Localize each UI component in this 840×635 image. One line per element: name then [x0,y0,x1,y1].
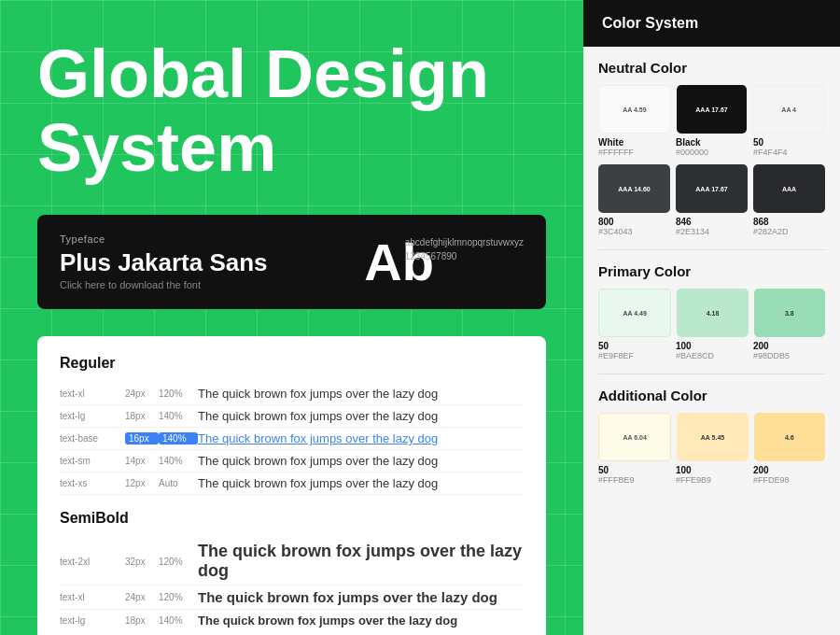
swatch-neutral-800: AAA 14.60 [598,164,670,213]
typeface-card: Typeface Plus Jakarta Sans Click here to… [37,215,546,309]
swatch-neutral-50: AA 4 [752,85,825,134]
additional-color-title: Additional Color [598,388,825,403]
swatch-neutral-868: AAA [753,164,825,213]
typeface-download-link[interactable]: Click here to download the font [60,279,524,290]
swatch-primary-50: AA 4.49 [598,289,671,337]
neutral-info-row1: White #FFFFFF Black #000000 50 #F4F4F4 [598,137,825,157]
type-row: text-xs 12px Auto The quick brown fox ju… [60,473,524,495]
additional-swatches-row: AA 6.04 AA 5.45 4.6 [598,413,825,461]
additional-color-section: Additional Color AA 6.04 AA 5.45 4.6 50 … [583,374,840,498]
primary-color-section: Primary Color AA 4.49 4.18 3.8 50 #E9F8E… [583,250,840,374]
main-title: Global Design System [37,37,489,185]
neutral-swatches-row2: AAA 14.60 AAA 17.67 AAA [598,164,825,213]
type-row-highlighted: text-base 16px 140% The quick brown fox … [60,428,524,450]
neutral-color-section: Neutral Color AA 4.59 AAA 17.67 AA 4 Whi… [583,47,840,249]
semibold-section-title: SemiBold [60,510,524,527]
swatch-black: AAA 17.67 [677,85,748,134]
type-row: text-xl 24px 120% The quick brown fox ju… [60,383,524,405]
type-row: text-lg 18px 140% The quick brown fox ju… [60,610,524,631]
swatch-additional-50: AA 6.04 [598,413,671,461]
type-row: text-sm 14px 140% The quick brown fox ju… [60,450,524,473]
primary-color-title: Primary Color [598,263,825,279]
regular-section-title: Reguler [60,355,524,372]
left-panel: Global Design System Typeface Plus Jakar… [0,0,583,635]
typography-semibold-table: SemiBold text-2xl 32px 120% The quick br… [37,495,546,635]
neutral-swatches-row1: AA 4.59 AAA 17.67 AA 4 [598,85,825,134]
neutral-color-title: Neutral Color [598,60,825,76]
primary-swatches-row: AA 4.49 4.18 3.8 [598,289,825,337]
swatch-additional-100: AA 5.45 [677,413,748,461]
color-system-header: Color System [583,0,840,47]
type-row: text-2xl 32px 120% The quick brown fox j… [60,538,524,586]
swatch-neutral-846: AAA 17.67 [676,164,748,213]
right-panel: Color System Neutral Color AA 4.59 AAA 1… [583,0,840,635]
page: Global Design System Typeface Plus Jakar… [0,0,840,635]
type-row: text-xl 24px 120% The quick brown fox ju… [60,586,524,610]
swatch-primary-200: 3.8 [754,289,825,337]
type-row: text-lg 18px 140% The quick brown fox ju… [60,405,524,428]
swatch-additional-200: 4.6 [754,413,825,461]
typeface-chars: abcdefghijklmnopqrstuvwxyz 1234567890 [405,235,524,263]
swatch-white: AA 4.59 [598,85,671,134]
swatch-primary-100: 4.18 [677,289,748,337]
